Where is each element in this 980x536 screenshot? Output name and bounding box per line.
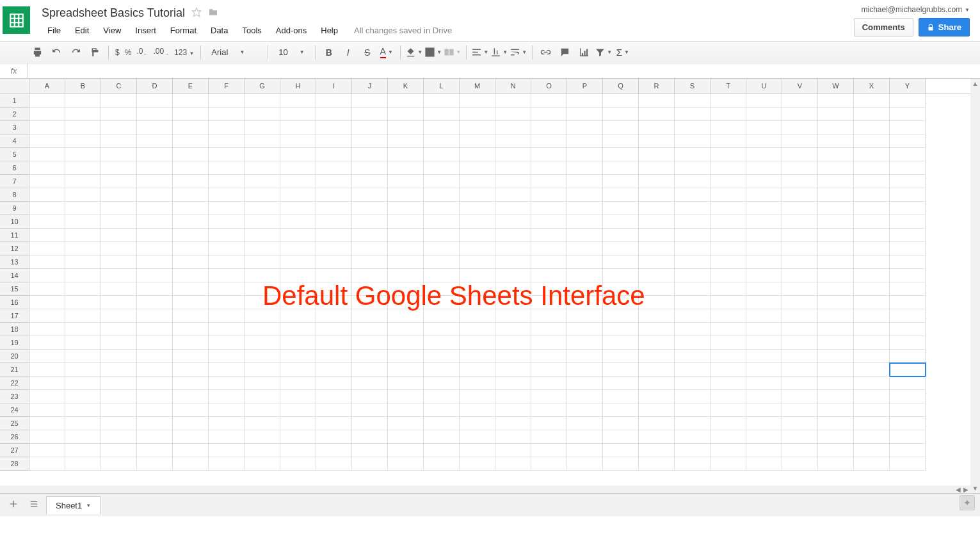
- cell[interactable]: [854, 148, 890, 161]
- cell[interactable]: [746, 256, 782, 269]
- cell[interactable]: [603, 403, 639, 417]
- cell[interactable]: [495, 121, 531, 134]
- cell[interactable]: [101, 390, 137, 403]
- cell[interactable]: [101, 457, 137, 471]
- cell[interactable]: [424, 256, 460, 269]
- cell[interactable]: [711, 121, 746, 134]
- cell[interactable]: [316, 148, 352, 161]
- cell[interactable]: [101, 444, 137, 457]
- cell[interactable]: [854, 296, 890, 309]
- cell[interactable]: [209, 309, 245, 323]
- cell[interactable]: [352, 256, 388, 269]
- cell[interactable]: [460, 269, 495, 282]
- cell[interactable]: [639, 296, 675, 309]
- cell[interactable]: [675, 256, 711, 269]
- cell[interactable]: [29, 417, 65, 430]
- cell[interactable]: [890, 309, 926, 323]
- cell[interactable]: [65, 336, 101, 350]
- cell[interactable]: [711, 336, 746, 350]
- cell[interactable]: [603, 202, 639, 215]
- cell[interactable]: [531, 242, 567, 256]
- cell[interactable]: [854, 269, 890, 282]
- cell[interactable]: [101, 108, 137, 121]
- row-header[interactable]: 10: [0, 215, 29, 229]
- cell[interactable]: [567, 256, 603, 269]
- cell[interactable]: [854, 350, 890, 363]
- cell[interactable]: [460, 377, 495, 390]
- cell[interactable]: [209, 457, 245, 471]
- cell[interactable]: [173, 350, 209, 363]
- cell[interactable]: [209, 148, 245, 161]
- row-header[interactable]: 27: [0, 444, 29, 457]
- row-header[interactable]: 3: [0, 121, 29, 134]
- cell[interactable]: [29, 94, 65, 108]
- cell[interactable]: [29, 108, 65, 121]
- all-sheets-button[interactable]: [26, 496, 42, 514]
- cell[interactable]: [675, 323, 711, 336]
- cell[interactable]: [352, 229, 388, 242]
- cell[interactable]: [245, 121, 280, 134]
- cell[interactable]: [854, 242, 890, 256]
- cell[interactable]: [101, 323, 137, 336]
- cell[interactable]: [137, 215, 173, 229]
- cell[interactable]: [675, 457, 711, 471]
- cell[interactable]: [460, 430, 495, 444]
- cell[interactable]: [711, 108, 746, 121]
- cell[interactable]: [29, 444, 65, 457]
- text-color-icon[interactable]: A▼: [378, 44, 396, 61]
- cell[interactable]: [352, 444, 388, 457]
- cell[interactable]: [782, 108, 818, 121]
- cell[interactable]: [495, 323, 531, 336]
- column-header[interactable]: Y: [890, 79, 926, 93]
- cell[interactable]: [495, 175, 531, 188]
- cell[interactable]: [818, 161, 854, 175]
- cell[interactable]: [531, 256, 567, 269]
- cell[interactable]: [65, 309, 101, 323]
- cell[interactable]: [316, 188, 352, 202]
- cell[interactable]: [316, 430, 352, 444]
- cell[interactable]: [818, 457, 854, 471]
- cell[interactable]: [782, 363, 818, 377]
- cell[interactable]: [245, 350, 280, 363]
- cell[interactable]: [29, 403, 65, 417]
- cell[interactable]: [854, 390, 890, 403]
- cell[interactable]: [245, 215, 280, 229]
- cell[interactable]: [639, 108, 675, 121]
- cell[interactable]: [29, 188, 65, 202]
- cell[interactable]: [675, 390, 711, 403]
- cell[interactable]: [29, 296, 65, 309]
- cell[interactable]: [675, 430, 711, 444]
- cell[interactable]: [818, 175, 854, 188]
- cell[interactable]: [854, 229, 890, 242]
- cell[interactable]: [280, 296, 316, 309]
- cell[interactable]: [209, 323, 245, 336]
- cell[interactable]: [280, 202, 316, 215]
- paint-format-icon[interactable]: [86, 44, 104, 61]
- doc-title[interactable]: Spreadsheet Basics Tutorial: [42, 6, 185, 20]
- cell[interactable]: [173, 430, 209, 444]
- insert-chart-icon[interactable]: [575, 44, 593, 61]
- cell[interactable]: [782, 161, 818, 175]
- column-header[interactable]: L: [424, 79, 460, 93]
- cell[interactable]: [711, 269, 746, 282]
- cell[interactable]: [29, 377, 65, 390]
- cell[interactable]: [424, 134, 460, 148]
- cell[interactable]: [245, 309, 280, 323]
- cell[interactable]: [352, 121, 388, 134]
- row-header[interactable]: 13: [0, 256, 29, 269]
- cell[interactable]: [137, 148, 173, 161]
- font-size-select[interactable]: 10▼: [273, 44, 310, 61]
- menu-data[interactable]: Data: [205, 23, 234, 38]
- row-header[interactable]: 18: [0, 323, 29, 336]
- cell[interactable]: [424, 282, 460, 296]
- cell[interactable]: [567, 444, 603, 457]
- cell[interactable]: [173, 457, 209, 471]
- row-header[interactable]: 5: [0, 148, 29, 161]
- cell[interactable]: [29, 121, 65, 134]
- cell[interactable]: [711, 282, 746, 296]
- cell[interactable]: [101, 94, 137, 108]
- row-header[interactable]: 12: [0, 242, 29, 256]
- vertical-align-icon[interactable]: ▼: [490, 44, 508, 61]
- cell[interactable]: [746, 188, 782, 202]
- cell[interactable]: [424, 309, 460, 323]
